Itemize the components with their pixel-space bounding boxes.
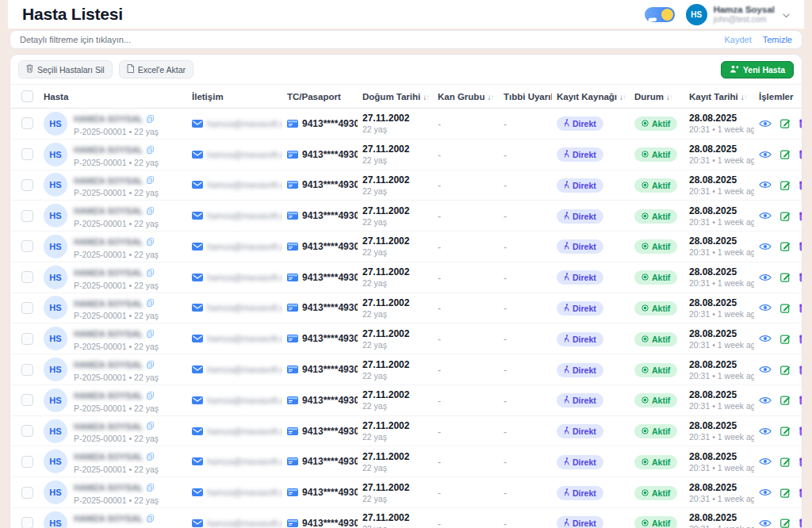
envelope-icon <box>192 178 203 192</box>
calendar-button[interactable] <box>799 457 802 467</box>
view-button[interactable] <box>759 365 772 374</box>
edit-button[interactable] <box>780 118 791 128</box>
calendar-button[interactable] <box>799 211 802 221</box>
view-button[interactable] <box>759 119 772 128</box>
row-checkbox[interactable] <box>21 333 33 345</box>
new-patient-button[interactable]: Yeni Hasta <box>721 61 794 78</box>
edit-button[interactable] <box>780 457 791 467</box>
edit-button[interactable] <box>780 211 791 221</box>
copy-icon[interactable] <box>147 480 154 494</box>
row-checkbox[interactable] <box>21 456 33 468</box>
edit-button[interactable] <box>780 395 791 405</box>
column-header-durum[interactable]: Durum↓↑ <box>630 85 684 109</box>
calendar-button[interactable] <box>799 395 802 405</box>
copy-icon[interactable] <box>147 296 154 309</box>
view-button[interactable] <box>759 427 772 436</box>
select-all-checkbox[interactable] <box>21 90 33 102</box>
view-button[interactable] <box>759 180 772 189</box>
view-button[interactable] <box>759 518 772 528</box>
filter-bar[interactable]: Detaylı filtreme için tıklayın... Kaydet… <box>10 30 802 49</box>
row-checkbox[interactable] <box>21 148 33 160</box>
edit-button[interactable] <box>780 518 791 528</box>
copy-icon[interactable] <box>147 419 154 432</box>
calendar-button[interactable] <box>799 365 802 375</box>
copy-icon[interactable] <box>147 266 154 279</box>
theme-toggle[interactable] <box>645 7 675 22</box>
walking-person-icon <box>564 488 569 498</box>
copy-icon[interactable] <box>147 173 154 186</box>
view-button[interactable] <box>759 303 772 312</box>
copy-icon[interactable] <box>147 235 154 248</box>
view-button[interactable] <box>759 273 772 282</box>
save-filter-link[interactable]: Kaydet <box>724 35 751 44</box>
calendar-button[interactable] <box>799 118 802 128</box>
copy-icon[interactable] <box>147 327 154 340</box>
calendar-button[interactable] <box>799 488 802 498</box>
row-checkbox[interactable] <box>21 271 33 283</box>
row-checkbox[interactable] <box>21 117 33 129</box>
copy-icon[interactable] <box>147 511 154 525</box>
birth-age: 22 yaş <box>362 278 428 288</box>
export-excel-button[interactable]: Excel'e Aktar <box>119 60 193 78</box>
view-button[interactable] <box>759 211 772 220</box>
row-checkbox[interactable] <box>21 210 33 222</box>
row-checkbox[interactable] <box>21 179 33 191</box>
row-checkbox[interactable] <box>21 240 33 252</box>
calendar-button[interactable] <box>799 180 802 190</box>
edit-button[interactable] <box>780 426 791 436</box>
birth-date: 27.11.2002 <box>362 328 428 339</box>
calendar-button[interactable] <box>799 426 802 436</box>
calendar-button[interactable] <box>799 334 802 344</box>
edit-button[interactable] <box>780 365 791 375</box>
table-toolbar: Seçili Hastaları Sil Excel'e Aktar Yeni … <box>10 55 802 84</box>
calendar-button[interactable] <box>799 518 802 528</box>
column-header-dogum-tarihi[interactable]: Doğum Tarihi↓↑ <box>358 85 433 109</box>
column-header-kan-grubu[interactable]: Kan Grubu↓↑ <box>433 85 499 109</box>
envelope-icon <box>192 485 203 499</box>
envelope-icon <box>192 424 203 438</box>
copy-icon[interactable] <box>147 204 154 217</box>
view-button[interactable] <box>759 457 772 466</box>
view-button[interactable] <box>759 334 772 343</box>
calendar-button[interactable] <box>799 149 802 159</box>
status-badge: Aktif <box>634 301 677 316</box>
calendar-button[interactable] <box>799 303 802 313</box>
row-checkbox[interactable] <box>21 394 33 406</box>
column-header-kayit-kaynagi[interactable]: Kayıt Kaynağı↓↑ <box>552 85 630 109</box>
row-checkbox[interactable] <box>21 425 33 437</box>
patient-cell: HS HAMZA SOYSAL P-2025-00001 • 22 yaş <box>39 231 187 262</box>
view-button[interactable] <box>759 396 772 405</box>
copy-icon[interactable] <box>147 450 154 463</box>
row-checkbox[interactable] <box>21 302 33 314</box>
view-button[interactable] <box>759 150 772 159</box>
actions-cell <box>754 231 802 262</box>
column-header-kayit-tarihi[interactable]: Kayıt Tarihi↓↑ <box>684 85 754 109</box>
copy-icon[interactable] <box>147 388 154 402</box>
calendar-button[interactable] <box>799 241 802 251</box>
user-menu[interactable]: HS Hamza Soysal john@test.com <box>686 4 790 25</box>
calendar-button[interactable] <box>799 272 802 282</box>
registration-date: 28.08.2025 <box>689 451 749 462</box>
walking-person-icon <box>564 396 569 405</box>
copy-icon[interactable] <box>147 143 154 156</box>
status-dot-icon <box>642 304 649 313</box>
blood-group-cell: - <box>433 170 499 201</box>
edit-button[interactable] <box>780 488 791 498</box>
edit-button[interactable] <box>780 334 791 344</box>
copy-icon[interactable] <box>147 358 154 371</box>
edit-button[interactable] <box>780 180 791 190</box>
edit-button[interactable] <box>780 149 791 159</box>
row-checkbox[interactable] <box>21 364 33 376</box>
view-button[interactable] <box>759 488 772 497</box>
edit-button[interactable] <box>780 272 791 282</box>
row-checkbox[interactable] <box>21 487 33 499</box>
clear-filter-link[interactable]: Temizle <box>763 35 792 44</box>
edit-button[interactable] <box>780 303 791 313</box>
view-button[interactable] <box>759 242 772 251</box>
birth-date: 27.11.2002 <box>362 235 428 247</box>
copy-icon[interactable] <box>147 112 154 125</box>
delete-selected-button[interactable]: Seçili Hastaları Sil <box>18 60 113 78</box>
edit-button[interactable] <box>780 241 791 251</box>
row-checkbox[interactable] <box>21 517 33 528</box>
tc-number: 9413****4930 <box>302 395 358 406</box>
